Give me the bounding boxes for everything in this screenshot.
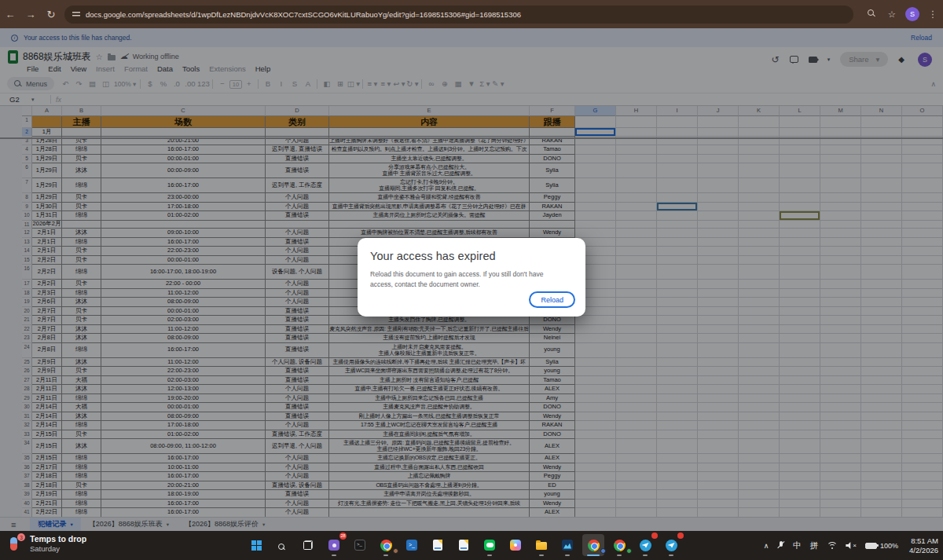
cell-G28[interactable] — [575, 385, 616, 394]
cell-F27[interactable]: Tamao — [530, 376, 575, 386]
cell-N19[interactable] — [861, 298, 902, 307]
cell-K28[interactable] — [739, 385, 780, 394]
cell-E41[interactable] — [329, 508, 530, 517]
redo-icon[interactable]: ↷ — [72, 79, 86, 88]
cell-E23[interactable]: 主播没有提前预约,上播时提醒后才发现 — [329, 334, 530, 343]
cell-M22[interactable] — [820, 325, 861, 335]
cell-E33[interactable]: 主播在直播间刻闲,提醒后气氛有增加。 — [329, 430, 530, 440]
cell-K9[interactable] — [739, 203, 780, 212]
cell-A29[interactable]: 2月11日 — [32, 394, 62, 404]
cell-J5[interactable] — [698, 155, 739, 164]
cell-G23[interactable] — [575, 334, 616, 343]
row-header-20[interactable]: 20 — [22, 307, 32, 317]
cell-H34[interactable] — [616, 439, 657, 454]
cell-L11[interactable] — [780, 221, 820, 229]
bookmark-star-icon[interactable]: ☆ — [882, 9, 902, 20]
cell-G22[interactable] — [575, 325, 616, 335]
cell-D28[interactable]: 个人问题 — [266, 385, 329, 394]
cell-O12[interactable] — [902, 229, 943, 238]
cell-N38[interactable] — [861, 481, 902, 491]
cell-C33[interactable]: 01:00-02:00 — [101, 430, 266, 440]
cell-I31[interactable] — [657, 412, 698, 422]
cell-D24[interactable]: 直播错误 — [266, 343, 329, 358]
cell-M17[interactable] — [820, 280, 861, 289]
cell-M18[interactable] — [820, 289, 861, 298]
cell-J20[interactable] — [698, 307, 739, 317]
cell-A15[interactable]: 2月2日 — [32, 256, 62, 265]
taskbar-clock[interactable]: 8:51 AM 4/2/2026 — [909, 536, 938, 555]
cell-K37[interactable] — [739, 472, 780, 481]
volume-muted-icon[interactable]: × — [846, 542, 857, 549]
cell-N20[interactable] — [861, 307, 902, 317]
cell-B7[interactable]: 绵绵 — [62, 178, 101, 193]
row-header-35[interactable]: 35 — [22, 454, 32, 463]
cell-I15[interactable] — [657, 256, 698, 265]
cell-G41[interactable] — [575, 508, 616, 517]
cell-N26[interactable] — [861, 367, 902, 376]
cell-A25[interactable]: 2月9日 — [32, 358, 62, 368]
cell-I38[interactable] — [657, 481, 698, 491]
cell-C22[interactable]: 11:00-12:00 — [101, 325, 266, 335]
cell-B15[interactable]: 贝卡 — [62, 256, 101, 265]
chrome-profile-2-icon[interactable] — [582, 534, 604, 556]
cell-M31[interactable] — [820, 412, 861, 422]
cell-H30[interactable] — [616, 403, 657, 412]
cell-M29[interactable] — [820, 394, 861, 404]
cell-A5[interactable]: 1月29日 — [32, 155, 62, 164]
cell-M39[interactable] — [820, 490, 861, 500]
cell-A24[interactable]: 2月8日 — [32, 343, 62, 358]
cell-G5[interactable] — [575, 155, 616, 164]
cell-I32[interactable] — [657, 421, 698, 430]
cell-M10[interactable] — [820, 211, 861, 221]
cell-H41[interactable] — [616, 508, 657, 517]
powershell-app-icon[interactable]: >_ — [401, 534, 423, 556]
cell-F2[interactable] — [530, 128, 575, 137]
cell-H9[interactable] — [616, 203, 657, 212]
cell-C29[interactable]: 19:00-20:00 — [101, 394, 266, 404]
cell-C13[interactable]: 16:00-17:00 — [101, 238, 266, 247]
cell-N24[interactable] — [861, 343, 902, 358]
cell-L29[interactable] — [780, 394, 820, 404]
row-header-41[interactable]: 41 — [22, 508, 32, 517]
cell-D30[interactable]: 直播错误 — [266, 403, 329, 412]
cell-L20[interactable] — [780, 307, 820, 317]
cell-B12[interactable]: 沐沐 — [62, 229, 101, 238]
cell-L15[interactable] — [780, 256, 820, 265]
cell-I23[interactable] — [657, 334, 698, 343]
cell-H22[interactable] — [616, 325, 657, 335]
cell-N6[interactable] — [861, 163, 902, 178]
cell-E29[interactable]: 主播中场上厕所回来忘记预备已回,已提醒主播 — [329, 394, 530, 404]
horizontal-align-icon[interactable]: ≡ ▾ — [365, 79, 379, 88]
cell-B24[interactable]: 绵绵 — [62, 343, 101, 358]
cell-F23[interactable]: Neinei — [530, 334, 575, 343]
cell-J40[interactable] — [698, 500, 739, 509]
cell-K14[interactable] — [739, 247, 780, 256]
cell-N7[interactable] — [861, 178, 902, 193]
cell-M5[interactable] — [820, 155, 861, 164]
cell-M32[interactable] — [820, 421, 861, 430]
cell-M8[interactable] — [820, 193, 861, 203]
pinned-app-icon[interactable]: 28 — [323, 534, 345, 556]
cell-H1[interactable] — [616, 116, 657, 128]
cell-M25[interactable] — [820, 358, 861, 368]
cell-B10[interactable]: 绵绵 — [62, 211, 101, 221]
row-header-31[interactable]: 31 — [22, 412, 32, 422]
cell-J23[interactable] — [698, 334, 739, 343]
cell-D20[interactable]: 直播错误 — [266, 307, 329, 317]
cell-D23[interactable]: 直播错误 — [266, 334, 329, 343]
designer-app-icon[interactable] — [505, 534, 527, 556]
cell-N40[interactable] — [861, 500, 902, 509]
cell-C9[interactable]: 17:00-18:00 — [101, 203, 266, 212]
cell-O26[interactable] — [902, 367, 943, 376]
cell-I37[interactable] — [657, 472, 698, 481]
cell-I13[interactable] — [657, 238, 698, 247]
column-header-B[interactable]: B — [62, 106, 101, 116]
decrease-decimal-icon[interactable]: .0 — [170, 79, 183, 88]
cell-D15[interactable]: 个人问题 — [266, 256, 329, 265]
cell-O27[interactable] — [902, 376, 943, 386]
cell-E27[interactable]: 主播上厕所时 没有留言通知给客户,已提醒 — [329, 376, 530, 386]
cell-E10[interactable]: 主播离开岗位上厕所时忘记关闭摄像头。需提醒 — [329, 211, 530, 221]
cell-L18[interactable] — [780, 289, 820, 298]
cell-A17[interactable]: 2月2日 — [32, 280, 62, 289]
cell-F10[interactable]: Jayden — [530, 211, 575, 221]
